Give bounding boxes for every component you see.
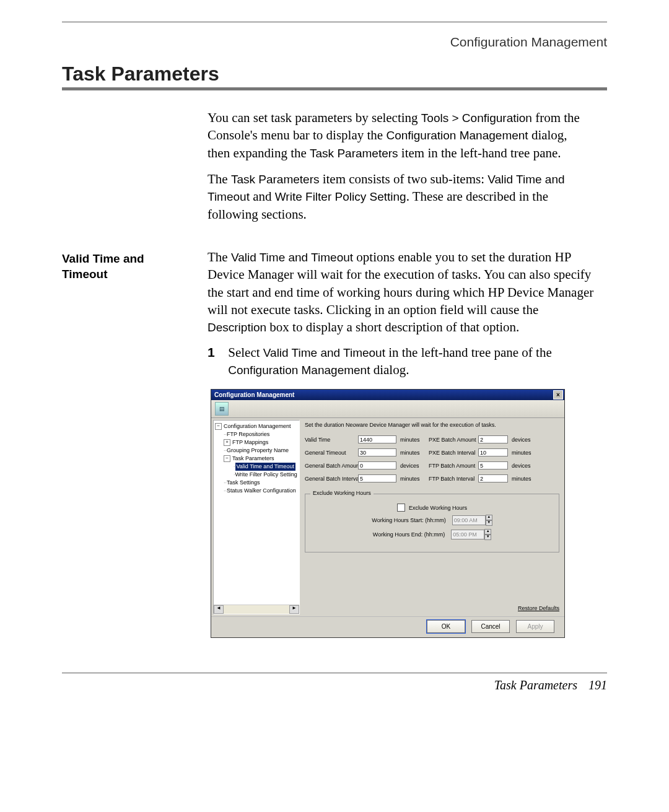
settings-grid: Valid Time minutes PXE Batch Amount devi…: [305, 435, 559, 482]
label-general-batch-amount: General Batch Amount: [305, 463, 354, 469]
panel-description: Set the duration Neoware Device Manager …: [305, 422, 559, 428]
scroll-right-icon[interactable]: ►: [289, 605, 299, 614]
row-start-time: Working Hours Start: (hh:mm) ▲▼: [312, 515, 553, 526]
spinner-end-time[interactable]: ▲▼: [451, 529, 491, 540]
tree-node-root[interactable]: −Configuration Management: [215, 422, 298, 430]
text: You can set task parameters by selecting: [208, 110, 421, 125]
dialog-title: Configuration Management: [212, 391, 294, 398]
tree-inner: −Configuration Management ··FTP Reposito…: [214, 421, 299, 497]
tree-label: FTP Repositories: [227, 430, 269, 439]
cancel-button[interactable]: Cancel: [471, 620, 510, 633]
spin-up-icon[interactable]: ▲: [486, 515, 492, 520]
input-valid-time[interactable]: [358, 435, 396, 443]
ok-button[interactable]: OK: [427, 620, 465, 633]
unit: minutes: [400, 476, 425, 482]
tree-label: FTP Mappings: [232, 439, 268, 447]
input-general-batch-interval[interactable]: [358, 474, 396, 482]
tree-node-grouping-property[interactable]: ··Grouping Property Name: [215, 447, 298, 455]
label-general-batch-interval: General Batch Interval: [305, 476, 354, 482]
step-text: Select Valid Time and Timeout in the lef…: [228, 344, 587, 379]
input-pxe-batch-amount[interactable]: [478, 435, 508, 443]
step-1: 1 Select Valid Time and Timeout in the l…: [208, 344, 595, 379]
settings-panel: Set the duration Neoware Device Manager …: [300, 418, 564, 616]
spinner-start-time[interactable]: ▲▼: [452, 515, 492, 526]
input-general-batch-amount[interactable]: [358, 461, 396, 469]
tree-node-ftp-repositories[interactable]: ··FTP Repositories: [215, 430, 298, 439]
unit: minutes: [400, 437, 425, 443]
unit: minutes: [512, 450, 535, 456]
dialog-body: −Configuration Management ··FTP Reposito…: [211, 418, 564, 616]
collapse-icon[interactable]: −: [215, 423, 222, 430]
input-ftp-batch-interval[interactable]: [478, 474, 508, 482]
unit: minutes: [400, 450, 425, 456]
row-end-time: Working Hours End: (hh:mm) ▲▼: [312, 529, 553, 540]
tree-node-task-parameters[interactable]: −Task Parameters: [215, 455, 298, 463]
dialog-configuration-management: Configuration Management × ▤ −Configurat…: [211, 389, 565, 638]
page-title: Task Parameters: [62, 63, 219, 85]
input-pxe-batch-interval[interactable]: [478, 448, 508, 456]
intro-paragraph-2: The Task Parameters item consists of two…: [208, 170, 592, 223]
tree-label-selected: Valid Time and Timeout: [235, 463, 295, 471]
title-rule: [62, 87, 607, 90]
spinner-buttons[interactable]: ▲▼: [484, 529, 491, 540]
tree-node-ftp-mappings[interactable]: +FTP Mappings: [215, 439, 298, 447]
label-ftp-batch-interval: FTP Batch Interval: [429, 476, 474, 482]
page-number: 191: [588, 678, 607, 692]
tree-label: Status Walker Configuration: [227, 487, 296, 495]
ui-text: Configuration Management: [386, 129, 528, 142]
row-exclude-checkbox: Exclude Working Hours: [312, 504, 553, 512]
tree-node-valid-time-timeout[interactable]: ·Valid Time and Timeout: [215, 463, 298, 471]
ui-text: Valid Time and Timeout: [263, 346, 385, 359]
tree-scrollbar[interactable]: ◄ ►: [214, 605, 299, 614]
expand-icon[interactable]: +: [224, 439, 230, 446]
section-paragraph: The Valid Time and Timeout options enabl…: [208, 248, 595, 336]
running-header: Configuration Management: [450, 35, 607, 50]
scroll-left-icon[interactable]: ◄: [214, 605, 224, 614]
checkbox-exclude-working-hours[interactable]: [397, 504, 405, 512]
ui-text: Configuration Management: [228, 364, 370, 377]
tree-label: Configuration Management: [224, 422, 291, 430]
intro-paragraph-1: You can set task parameters by selecting…: [208, 109, 592, 162]
text: The: [208, 250, 231, 264]
label-pxe-batch-interval: PXE Batch Interval: [429, 450, 474, 456]
label-valid-time: Valid Time: [305, 437, 354, 443]
step-number: 1: [208, 344, 225, 361]
dialog-titlebar[interactable]: Configuration Management ×: [211, 390, 564, 400]
input-ftp-batch-amount[interactable]: [478, 461, 508, 469]
tree-label: Task Settings: [227, 479, 260, 487]
dialog-toolbar: ▤: [211, 400, 564, 418]
page-content-frame: Configuration Management Task Parameters…: [62, 22, 607, 673]
side-heading: Valid Time and Timeout: [62, 251, 186, 282]
spin-down-icon[interactable]: ▼: [486, 520, 492, 526]
collapse-icon[interactable]: −: [224, 455, 230, 462]
tree-node-status-walker[interactable]: ··Status Walker Configuration: [215, 487, 298, 495]
restore-defaults-button[interactable]: Restore Defaults: [518, 605, 559, 611]
tree-node-write-filter-policy[interactable]: ·Write Filter Policy Setting: [215, 471, 298, 479]
text: The: [208, 172, 231, 186]
input-end-time[interactable]: [451, 530, 484, 539]
spinner-buttons[interactable]: ▲▼: [486, 515, 492, 526]
spin-down-icon[interactable]: ▼: [484, 535, 491, 540]
toolbar-icon[interactable]: ▤: [215, 402, 229, 416]
label-ftp-batch-amount: FTP Batch Amount: [429, 463, 474, 469]
ui-text: Write Filter Policy Setting: [275, 190, 406, 203]
text: item consists of two sub-items:: [319, 172, 488, 186]
tree-pane[interactable]: −Configuration Management ··FTP Reposito…: [213, 420, 300, 614]
fieldset-exclude-working-hours: Exclude Working Hours Exclude Working Ho…: [305, 494, 559, 552]
input-general-timeout[interactable]: [358, 448, 396, 456]
ui-text: Tools > Configuration: [421, 111, 532, 124]
input-start-time[interactable]: [452, 515, 486, 525]
spin-up-icon[interactable]: ▲: [484, 529, 491, 535]
fieldset-legend: Exclude Working Hours: [310, 490, 374, 496]
text: box to display a short description of th…: [266, 320, 519, 334]
text: in the left-hand tree pane of the: [385, 345, 552, 360]
text: dialog.: [370, 362, 409, 377]
unit: minutes: [512, 476, 535, 482]
apply-button[interactable]: Apply: [516, 620, 554, 633]
tree-node-task-settings[interactable]: ··Task Settings: [215, 479, 298, 487]
text: item in the left-hand tree pane.: [398, 146, 561, 160]
close-icon[interactable]: ×: [553, 390, 563, 399]
unit: devices: [512, 437, 535, 443]
page-footer: Task Parameters 191: [62, 678, 607, 692]
label-general-timeout: General Timeout: [305, 450, 354, 456]
